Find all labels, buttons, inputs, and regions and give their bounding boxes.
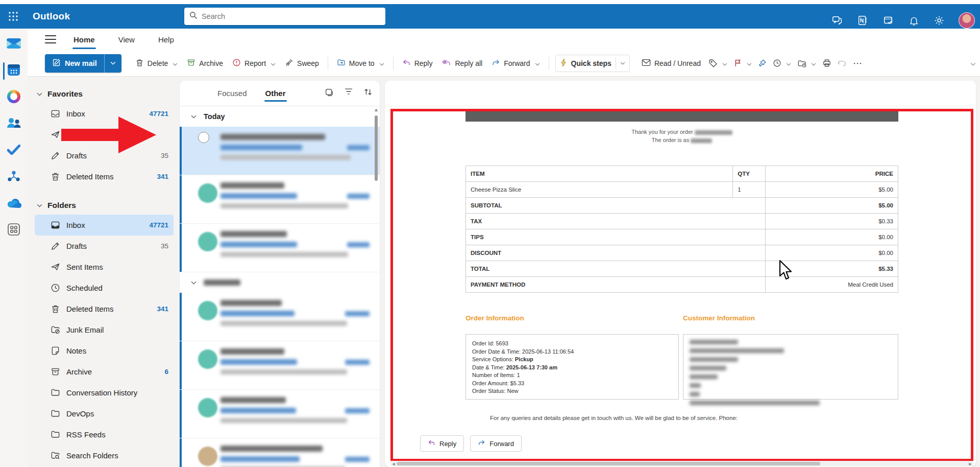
app-title: Outlook bbox=[33, 11, 70, 22]
quick-steps-button[interactable]: Quick steps bbox=[556, 55, 616, 72]
sidebar-item-conversation-history[interactable]: Conversation History bbox=[35, 382, 174, 403]
tab-other[interactable]: Other bbox=[263, 84, 288, 103]
user-avatar[interactable] bbox=[959, 12, 975, 29]
command-toolbar: New mail Delete Archive Report bbox=[28, 50, 980, 77]
settings-gear-icon[interactable] bbox=[933, 14, 945, 27]
search-bar[interactable] bbox=[184, 8, 385, 25]
forward-arrow-icon bbox=[478, 439, 485, 448]
delete-button[interactable]: Delete bbox=[131, 55, 182, 72]
sidebar-item-scheduled[interactable]: Scheduled bbox=[35, 277, 174, 298]
receipt-header-row: ITEM QTY PRICE bbox=[466, 166, 898, 182]
top-app-bar: Outlook bbox=[0, 4, 980, 29]
archive-button[interactable]: Archive bbox=[182, 55, 228, 72]
more-commands-icon[interactable]: ⋯ bbox=[850, 54, 866, 73]
teams-chat-icon[interactable] bbox=[831, 14, 843, 27]
receipt-tax-row: TAX $0.33 bbox=[466, 214, 898, 229]
sidebar-item-inbox[interactable]: Inbox 47721 bbox=[35, 215, 174, 236]
mouse-cursor bbox=[778, 260, 793, 283]
email-list-item[interactable] bbox=[180, 438, 380, 467]
forward-quick-button[interactable]: Forward bbox=[470, 435, 522, 452]
group-header-today[interactable]: Today bbox=[180, 106, 380, 127]
envelope-icon bbox=[642, 59, 651, 68]
forward-button[interactable]: Forward bbox=[487, 55, 544, 72]
annotation-red-arrow bbox=[61, 115, 158, 158]
sidebar-item-deleted-items-fav[interactable]: Deleted Items 341 bbox=[35, 166, 174, 187]
reply-arrow-icon bbox=[428, 439, 435, 448]
move-to-button[interactable]: Move to bbox=[332, 55, 389, 72]
note-icon bbox=[50, 346, 60, 356]
email-list-item[interactable] bbox=[180, 224, 380, 272]
group-header-yesterday[interactable] bbox=[180, 272, 380, 293]
email-list-item[interactable] bbox=[180, 293, 380, 341]
todo-app-icon[interactable] bbox=[5, 142, 22, 157]
email-list-item[interactable] bbox=[180, 175, 380, 224]
reply-quick-button[interactable]: Reply bbox=[420, 435, 464, 452]
favorites-section-header[interactable]: Favorites bbox=[35, 85, 174, 103]
archive-icon bbox=[187, 58, 195, 68]
report-button[interactable]: Report bbox=[228, 55, 280, 72]
folders-section-header[interactable]: Folders bbox=[35, 196, 174, 215]
receipt-total-row: TOTAL $5.33 bbox=[466, 261, 898, 277]
archive-icon bbox=[50, 367, 60, 377]
reply-button[interactable]: Reply bbox=[398, 55, 437, 72]
read-unread-button[interactable]: Read / Unread bbox=[637, 55, 705, 72]
sender-avatar bbox=[198, 398, 217, 417]
sort-icon[interactable] bbox=[363, 88, 373, 99]
message-list-scrollbar[interactable]: ▲ bbox=[374, 107, 379, 467]
categorize-tag-icon[interactable] bbox=[705, 55, 730, 72]
copilot-app-icon[interactable] bbox=[5, 89, 22, 104]
sidebar-item-devops[interactable]: DevOps bbox=[35, 403, 174, 424]
filter-icon[interactable] bbox=[344, 88, 353, 99]
mail-app-icon[interactable] bbox=[5, 36, 22, 51]
search-input[interactable] bbox=[202, 12, 380, 20]
new-mail-dropdown[interactable] bbox=[104, 54, 121, 73]
sidebar-item-junk-email[interactable]: Junk Email bbox=[35, 319, 174, 340]
chevron-down-icon bbox=[535, 59, 540, 67]
receipt-table: ITEM QTY PRICE Cheese Pizza Slice 1 $5.0… bbox=[465, 166, 898, 293]
notifications-bell-icon[interactable] bbox=[908, 14, 920, 27]
chevron-down-icon bbox=[379, 59, 384, 67]
select-messages-icon[interactable] bbox=[325, 88, 334, 99]
nav-toggle-icon[interactable] bbox=[45, 35, 56, 43]
tab-home[interactable]: Home bbox=[72, 32, 96, 47]
more-apps-icon[interactable] bbox=[5, 222, 22, 237]
tab-focused[interactable]: Focused bbox=[215, 84, 249, 103]
sidebar-item-rss-feeds[interactable]: RSS Feeds bbox=[35, 424, 174, 445]
tab-view[interactable]: View bbox=[117, 32, 136, 47]
rail-selection-indicator bbox=[3, 62, 5, 80]
quick-steps-dropdown[interactable] bbox=[616, 59, 629, 68]
email-list-item[interactable] bbox=[180, 341, 380, 390]
search-folder-icon bbox=[50, 451, 60, 461]
folder-icon bbox=[50, 409, 60, 419]
reading-pane-horizontal-scrollbar[interactable]: ◄ ► bbox=[390, 461, 973, 466]
sidebar-item-deleted-items[interactable]: Deleted Items 341 bbox=[35, 298, 174, 319]
flag-icon[interactable] bbox=[730, 55, 755, 71]
sidebar-item-notes[interactable]: Notes bbox=[35, 340, 174, 361]
org-explorer-app-icon[interactable] bbox=[5, 169, 22, 184]
onedrive-app-icon[interactable] bbox=[5, 195, 22, 211]
sidebar-item-sent-items[interactable]: Sent Items bbox=[35, 256, 174, 277]
sweep-button[interactable]: Sweep bbox=[280, 55, 324, 72]
onenote-icon[interactable] bbox=[856, 14, 869, 27]
todo-tasks-icon[interactable] bbox=[882, 14, 894, 27]
email-list-item[interactable] bbox=[180, 390, 380, 438]
snooze-clock-icon[interactable] bbox=[770, 55, 794, 71]
tab-help[interactable]: Help bbox=[157, 32, 175, 47]
undo-icon[interactable] bbox=[835, 56, 850, 71]
rules-folder-icon[interactable] bbox=[794, 56, 819, 71]
receipt-tips-row: TIPS $0.00 bbox=[466, 229, 898, 245]
reply-all-button[interactable]: Reply all bbox=[437, 55, 487, 72]
email-list-item[interactable] bbox=[180, 127, 380, 175]
sidebar-item-search-folders[interactable]: Search Folders bbox=[35, 445, 174, 466]
print-icon[interactable] bbox=[819, 55, 835, 71]
calendar-app-icon[interactable] bbox=[5, 62, 22, 78]
select-checkbox[interactable] bbox=[198, 132, 209, 143]
sidebar-item-archive[interactable]: Archive 6 bbox=[35, 361, 174, 382]
sidebar-item-drafts[interactable]: Drafts 35 bbox=[35, 236, 174, 256]
app-launcher-icon[interactable] bbox=[0, 4, 27, 29]
people-app-icon[interactable] bbox=[5, 115, 22, 131]
pin-icon[interactable] bbox=[755, 55, 770, 71]
toolbar-overflow-chevron-icon[interactable] bbox=[970, 59, 976, 67]
new-mail-button[interactable]: New mail bbox=[45, 54, 121, 73]
folder-icon bbox=[50, 430, 60, 440]
